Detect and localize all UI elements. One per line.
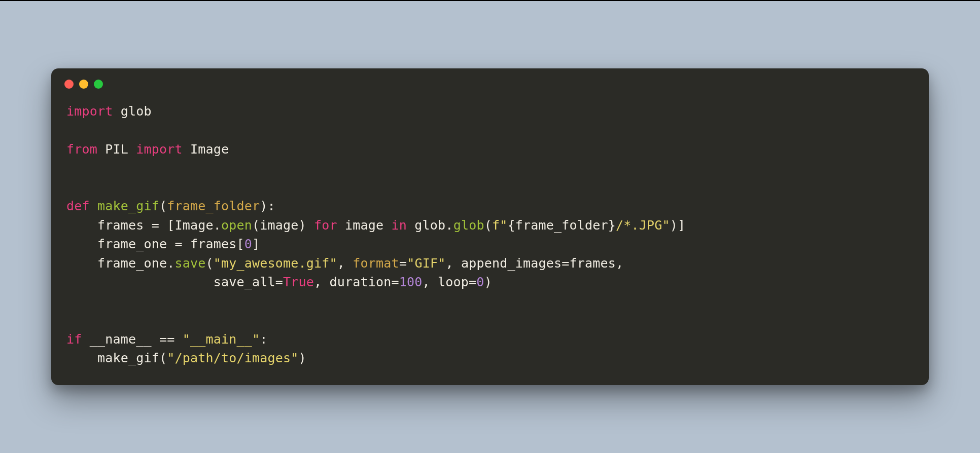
code-token: glob (113, 104, 152, 119)
code-token: def (66, 199, 90, 213)
code-token: 0 (476, 275, 484, 289)
code-token: make_gif( (66, 351, 167, 365)
code-token: format (353, 256, 399, 271)
minimize-icon[interactable] (79, 80, 88, 89)
code-token: Image (183, 142, 229, 157)
code-token: if (66, 332, 82, 347)
maximize-icon[interactable] (94, 80, 103, 89)
code-token: , append_images=frames, (445, 256, 623, 271)
code-token: , (337, 256, 353, 271)
code-token: f" (492, 218, 508, 233)
code-token: /*.JPG" (616, 218, 670, 233)
code-window: import glob from PIL import Image def ma… (51, 68, 929, 385)
code-token: frames = [Image. (66, 218, 221, 233)
code-token: image (337, 218, 392, 233)
window-titlebar (51, 68, 929, 89)
code-token: = (399, 256, 407, 271)
code-block: import glob from PIL import Image def ma… (51, 89, 929, 385)
code-token: save_all= (66, 275, 283, 289)
code-token: ) (484, 275, 492, 289)
code-token: frame_folder (167, 199, 260, 213)
code-token: for (314, 218, 337, 233)
code-token: glob (453, 218, 484, 233)
code-token: True (283, 275, 314, 289)
code-token: open (221, 218, 252, 233)
code-token: import (136, 142, 183, 157)
code-token: frame_one. (66, 256, 175, 271)
code-token: PIL (97, 142, 136, 157)
code-token: ( (206, 256, 214, 271)
code-token: , duration= (314, 275, 399, 289)
code-token: : (260, 332, 267, 347)
code-token: , loop= (423, 275, 477, 289)
code-token: import (66, 104, 113, 119)
code-token: "my_awesome.gif" (214, 256, 337, 271)
code-token: "/path/to/images" (167, 351, 298, 365)
code-token: 0 (244, 237, 252, 251)
code-token: ] (252, 237, 260, 251)
code-token: "__main__" (183, 332, 260, 347)
close-icon[interactable] (64, 80, 74, 89)
code-token: in (392, 218, 407, 233)
code-token: )] (670, 218, 686, 233)
code-token: (image) (252, 218, 314, 233)
code-token: "GIF" (407, 256, 445, 271)
code-token: {frame_folder} (507, 218, 616, 233)
code-token: __name__ == (82, 332, 183, 347)
code-token: save (175, 256, 206, 271)
code-token: 100 (399, 275, 423, 289)
code-token: ( (159, 199, 167, 213)
code-token: ( (484, 218, 492, 233)
code-token: frame_one = frames[ (66, 237, 244, 251)
code-token: from (66, 142, 97, 157)
code-token: glob. (407, 218, 453, 233)
code-token (90, 199, 97, 213)
code-token: ) (299, 351, 306, 365)
code-token: ): (260, 199, 275, 213)
code-token: make_gif (97, 199, 159, 213)
